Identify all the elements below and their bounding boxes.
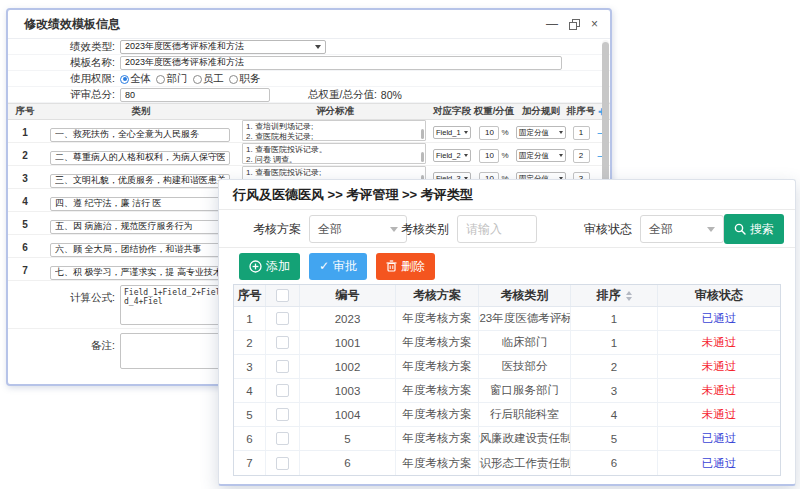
row-plan: 年度考核方案 <box>396 307 479 330</box>
row-category: 党风廉政建设责任制... <box>479 427 571 450</box>
percent-sign: % <box>501 128 508 137</box>
standard-cell: 1. 查看医院投诉记录。 2. 问卷 调查。 <box>242 150 426 167</box>
chevron-down-icon <box>707 227 715 232</box>
row-seq: 3 <box>8 173 42 184</box>
row-checkbox[interactable] <box>276 457 289 470</box>
add-button[interactable]: 添加 <box>239 253 300 280</box>
row-checkbox[interactable] <box>276 384 289 397</box>
row-category: 2023年度医德考评标... <box>479 307 571 330</box>
review-score-input[interactable] <box>120 88 270 102</box>
row-seq: 3 <box>234 355 266 378</box>
category-input[interactable] <box>50 151 230 165</box>
assessment-table-header: 序号 编号 考核方案 考核类别 排序 审核状态 <box>234 285 780 307</box>
row-checkbox[interactable] <box>276 312 289 325</box>
filter-bar: 考核方案 全部 考核类别 审核状态 全部 搜索 <box>219 210 795 248</box>
order-input[interactable] <box>573 126 590 140</box>
assessment-table-row: 2 1001 年度考核方案 临床部门 1 未通过 <box>234 331 780 355</box>
rule-select[interactable]: 固定分值 <box>516 126 566 139</box>
standard-textarea[interactable]: 1. 查看医院投诉记录。 2. 问卷 调查。 <box>242 143 426 164</box>
category-input[interactable] <box>50 243 230 257</box>
template-table-header: 序号 类别 评分标准 对应字段 权重/分值 加分规则 排序号 ✚ <box>8 103 610 120</box>
radio-icon <box>156 75 165 84</box>
row-seq: 5 <box>234 403 266 426</box>
textarea-scrollbar[interactable] <box>421 152 424 162</box>
chevron-down-icon <box>464 131 468 134</box>
row-plan: 年度考核方案 <box>396 379 479 402</box>
field-select[interactable]: Field_2 <box>433 149 471 162</box>
template-name-input[interactable] <box>120 56 562 70</box>
assessment-type-window: 行风及医德医风 >> 考评管理 >> 考评类型 考核方案 全部 考核类别 审核状… <box>218 179 796 486</box>
row-order: 4 <box>571 403 658 426</box>
search-button[interactable]: 搜索 <box>724 214 784 244</box>
row-order: 5 <box>571 427 658 450</box>
percent-sign: % <box>501 151 508 160</box>
row-seq: 1 <box>234 307 266 330</box>
row-seq: 6 <box>234 427 266 450</box>
status-text: 已通过 <box>658 427 780 450</box>
close-icon[interactable]: × <box>591 18 598 30</box>
weight-total: 总权重/总分值: 80% <box>308 87 402 102</box>
weight-input[interactable] <box>479 149 499 163</box>
status-text: 未通过 <box>658 403 780 426</box>
check-icon: ✓ <box>319 259 329 273</box>
status-filter-select[interactable]: 全部 <box>640 215 724 243</box>
row-checkbox[interactable] <box>276 336 289 349</box>
row-plan: 年度考核方案 <box>396 451 479 475</box>
row-code: 1002 <box>300 355 396 378</box>
performance-type-select[interactable]: 2023年度医德考评标准和方法 <box>120 40 326 54</box>
row-order: 2 <box>571 355 658 378</box>
radio-icon <box>120 75 129 84</box>
row-seq: 7 <box>8 265 42 276</box>
row-seq: 2 <box>234 331 266 354</box>
scrollbar-thumb[interactable] <box>602 42 609 200</box>
category-input[interactable] <box>50 197 230 211</box>
textarea-scrollbar[interactable] <box>421 129 424 139</box>
order-input[interactable] <box>573 149 590 163</box>
row-checkbox[interactable] <box>276 432 289 445</box>
status-text: 未通过 <box>658 379 780 402</box>
chevron-down-icon <box>315 45 321 49</box>
row-seq: 5 <box>8 219 42 230</box>
category-filter-input[interactable] <box>457 215 537 243</box>
assessment-table-row: 7 6 年度考核方案 意识形态工作责任制... 6 已通过 <box>234 451 780 475</box>
chevron-down-icon <box>559 154 563 157</box>
standard-textarea[interactable]: 1. 查培训到场记录; 2. 查医院相关记录; <box>242 120 426 141</box>
plan-filter-label: 考核方案 <box>253 221 301 238</box>
row-order: 1 <box>571 307 658 330</box>
category-input[interactable] <box>50 220 230 234</box>
status-text: 未通过 <box>658 331 780 354</box>
radio-icon <box>229 75 238 84</box>
row-category: 医技部分 <box>479 355 571 378</box>
rule-select[interactable]: 固定分值 <box>516 149 566 162</box>
category-input[interactable] <box>50 266 230 280</box>
permission-label: 使用权限: <box>8 72 120 86</box>
assessment-table-row: 5 1004 年度考核方案 行后职能科室 4 未通过 <box>234 403 780 427</box>
row-plan: 年度考核方案 <box>396 403 479 426</box>
restore-icon[interactable] <box>569 19 580 30</box>
permission-radio[interactable]: 部门 <box>156 72 187 86</box>
status-text: 未通过 <box>658 355 780 378</box>
approve-button[interactable]: ✓ 审批 <box>309 253 367 280</box>
category-input[interactable] <box>50 128 230 142</box>
minimize-icon[interactable]: — <box>546 18 558 30</box>
select-all-checkbox[interactable] <box>276 289 289 302</box>
category-input[interactable] <box>50 174 230 188</box>
row-seq: 4 <box>8 196 42 207</box>
field-select[interactable]: Field_1 <box>433 126 471 139</box>
permission-radio[interactable]: 全体 <box>120 72 151 86</box>
type-label: 绩效类型: <box>8 40 120 54</box>
permission-radio[interactable]: 员工 <box>193 72 224 86</box>
row-code: 1003 <box>300 379 396 402</box>
name-label: 模板名称: <box>8 56 120 70</box>
plan-filter-select[interactable]: 全部 <box>309 215 407 243</box>
breadcrumb: 行风及医德医风 >> 考评管理 >> 考评类型 <box>219 180 795 210</box>
weight-input[interactable] <box>479 126 499 140</box>
assessment-table-row: 6 5 年度考核方案 党风廉政建设责任制... 5 已通过 <box>234 427 780 451</box>
chevron-down-icon <box>390 227 398 232</box>
review-score-label: 评审总分: <box>8 88 120 102</box>
permission-radio[interactable]: 职务 <box>229 72 260 86</box>
delete-button[interactable]: 删除 <box>376 253 435 280</box>
sort-control[interactable] <box>626 291 632 301</box>
row-checkbox[interactable] <box>276 408 289 421</box>
row-checkbox[interactable] <box>276 360 289 373</box>
